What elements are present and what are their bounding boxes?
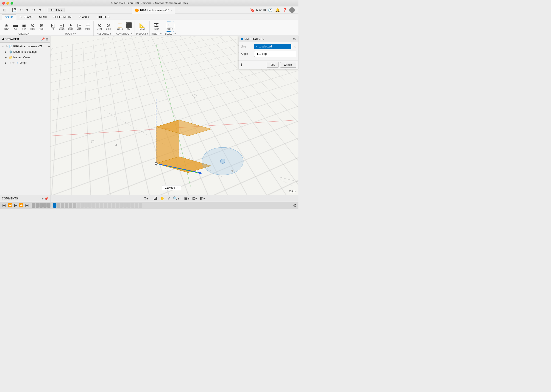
- tab-close-button[interactable]: ✕: [170, 9, 172, 12]
- tree-item-origin[interactable]: ▶ 👁 👁 🔹 Origin: [0, 60, 50, 66]
- joint-button[interactable]: ⊗Joint: [95, 21, 104, 32]
- grid-toggle-button[interactable]: ⊡▾: [191, 196, 198, 201]
- tree-item-doc-settings[interactable]: ▶ ⚙️ Document Settings: [0, 49, 50, 55]
- browser-collapse-icon[interactable]: ◀: [2, 38, 4, 40]
- ef-info-button[interactable]: ℹ: [241, 63, 242, 67]
- tab-surface[interactable]: SURFACE: [17, 14, 36, 20]
- timeline-rewind-button[interactable]: ⏮: [2, 203, 7, 207]
- new-component-button[interactable]: ⊞New: [2, 21, 11, 32]
- timeline-next-button[interactable]: ⏩: [18, 203, 24, 207]
- tree-item-named-views[interactable]: ▶ 📁 Named Views: [0, 55, 50, 60]
- tab-plastic[interactable]: PLASTIC: [76, 14, 93, 20]
- tab-mesh[interactable]: MESH: [36, 14, 50, 20]
- insert-group-label[interactable]: INSERT ▾: [151, 33, 162, 35]
- browser-expand-button[interactable]: ⊟: [46, 37, 48, 41]
- select-group-label[interactable]: SELECT ▾: [165, 33, 176, 35]
- timeline-play-button[interactable]: ▶: [14, 203, 17, 207]
- comments-add-button[interactable]: +: [42, 197, 43, 200]
- measure-button[interactable]: 📐Meas: [138, 21, 146, 32]
- undo-button[interactable]: ↩: [18, 7, 24, 13]
- timeline-marker[interactable]: [112, 203, 115, 208]
- timeline-marker[interactable]: [77, 203, 80, 208]
- comments-pin-button[interactable]: 📌: [44, 197, 48, 200]
- document-tab[interactable]: 🟠 RPi4 4inch screen v21* ✕: [132, 7, 175, 14]
- visual-style-button[interactable]: ◧▾: [199, 196, 206, 201]
- user-avatar[interactable]: [289, 7, 295, 13]
- extrude-button[interactable]: ▬Ext: [11, 21, 19, 32]
- revolve-button[interactable]: ◉Rev: [20, 21, 28, 32]
- midplane-button[interactable]: ⬛Mid: [125, 21, 133, 32]
- timeline-marker[interactable]: [61, 203, 64, 208]
- expand-named-views-icon[interactable]: ▶: [5, 56, 8, 59]
- timeline-marker[interactable]: [123, 203, 127, 208]
- angle-options-icon[interactable]: ⋮: [176, 186, 179, 189]
- timeline-marker[interactable]: [135, 203, 138, 208]
- shell-button[interactable]: ◳Shell: [66, 21, 75, 32]
- timeline-marker-active[interactable]: [53, 203, 57, 208]
- timeline-marker[interactable]: [127, 203, 130, 208]
- timeline-marker[interactable]: [39, 203, 43, 208]
- timeline-marker[interactable]: [92, 203, 95, 208]
- redo-dropdown-button[interactable]: ▾: [37, 7, 43, 13]
- save-button[interactable]: 💾: [11, 7, 17, 13]
- help-button[interactable]: ❓: [282, 7, 288, 13]
- grid-icon[interactable]: ⊞: [2, 7, 7, 13]
- expand-doc-settings-icon[interactable]: ▶: [5, 51, 8, 53]
- timeline-marker[interactable]: [96, 203, 99, 208]
- redo-button[interactable]: ↪: [31, 7, 36, 13]
- create-group-label[interactable]: CREATE ▾: [18, 33, 29, 35]
- assemble-group-label[interactable]: ASSEMBLE ▾: [97, 33, 111, 35]
- chamfer-button[interactable]: ◱Cham: [57, 21, 66, 32]
- move-button[interactable]: ✛Move: [84, 21, 92, 32]
- zoom-button[interactable]: 🔍▾: [172, 196, 180, 201]
- browser-pin-button[interactable]: 📌: [41, 37, 45, 41]
- zoom-fit-button[interactable]: ⤢: [166, 196, 171, 201]
- offset-plane-button[interactable]: ⬚Offset: [116, 21, 124, 32]
- timeline-marker[interactable]: [104, 203, 107, 208]
- view-home-button[interactable]: 🖼: [153, 196, 158, 201]
- ground-button[interactable]: ⊘Grnd: [104, 21, 112, 32]
- construct-group-label[interactable]: CONSTRUCT ▾: [116, 33, 132, 35]
- edit-feature-expand-button[interactable]: ≫: [293, 37, 296, 41]
- timeline-marker[interactable]: [84, 203, 88, 208]
- notifications-button[interactable]: 🔔: [275, 7, 280, 13]
- ef-ok-button[interactable]: OK: [267, 62, 279, 68]
- timeline-marker[interactable]: [69, 203, 72, 208]
- ef-selected-button[interactable]: ↖ 1 selected: [254, 44, 291, 49]
- expand-root-icon[interactable]: ▼: [2, 45, 5, 48]
- timeline-settings-button[interactable]: ⚙: [293, 203, 297, 208]
- visibility-origin2-icon[interactable]: 👁: [12, 62, 15, 64]
- tab-sheet-metal[interactable]: SHEET METAL: [50, 14, 75, 20]
- timeline-marker[interactable]: [116, 203, 119, 208]
- draft-button[interactable]: ◲Draft: [75, 21, 83, 32]
- timeline-marker[interactable]: [88, 203, 92, 208]
- thread-button[interactable]: ⊕Thrd: [37, 21, 45, 32]
- tree-item-root[interactable]: ▼ 👁 📄 RPi4 4inch screen v21 ⏺: [0, 43, 50, 49]
- timeline-marker[interactable]: [131, 203, 134, 208]
- viewport[interactable]: -110 deg ⋮ X Axis Z FRONT RIGHT X: [50, 36, 298, 195]
- timeline-marker[interactable]: [43, 203, 47, 208]
- timeline-marker[interactable]: [139, 203, 142, 208]
- insert-image-button[interactable]: 🖼Insert: [152, 21, 161, 32]
- fillet-button[interactable]: ◰Fill: [49, 21, 57, 32]
- ef-angle-input[interactable]: [254, 51, 296, 57]
- timeline-marker[interactable]: [100, 203, 103, 208]
- timeline-marker[interactable]: [65, 203, 68, 208]
- history-button[interactable]: 🕐: [267, 7, 273, 13]
- timeline-marker[interactable]: [120, 203, 123, 208]
- inspect-group-label[interactable]: INSPECT ▾: [136, 33, 148, 35]
- display-mode-button[interactable]: ▣▾: [183, 196, 190, 201]
- ef-cancel-button[interactable]: Cancel: [280, 62, 296, 68]
- tab-utilities[interactable]: UTILITIES: [93, 14, 112, 20]
- timeline-marker[interactable]: [57, 203, 60, 208]
- design-menu-button[interactable]: DESIGN ▾: [48, 8, 64, 12]
- undo-dropdown-button[interactable]: ▾: [25, 7, 30, 13]
- expand-origin-icon[interactable]: ▶: [5, 62, 8, 64]
- select-button[interactable]: ⬚Select: [166, 21, 174, 32]
- orbit-button[interactable]: ⟳▾: [143, 196, 150, 201]
- timeline-marker[interactable]: [36, 203, 39, 208]
- timeline-marker[interactable]: [108, 203, 111, 208]
- visibility-root-icon[interactable]: 👁: [6, 45, 8, 48]
- ef-clear-button[interactable]: ✕: [294, 45, 296, 48]
- timeline-prev-button[interactable]: ⏪: [7, 203, 13, 207]
